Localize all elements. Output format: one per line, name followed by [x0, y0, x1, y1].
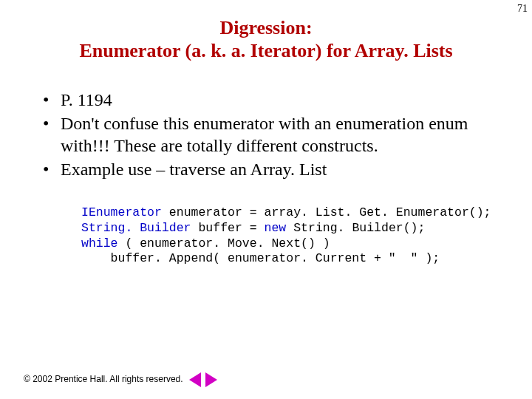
- code-text: enumerator = array. List. Get. Enumerato…: [162, 205, 491, 219]
- prev-arrow-icon[interactable]: [189, 372, 201, 387]
- code-example: IEnumerator enumerator = array. List. Ge…: [81, 205, 532, 267]
- list-item: Example use – traverse an Array. List: [43, 158, 502, 180]
- next-arrow-icon[interactable]: [205, 372, 217, 387]
- copyright-footer: © 2002 Prentice Hall. All rights reserve…: [24, 374, 183, 384]
- title-line-2: Enumerator (a. k. a. Iterator) for Array…: [79, 40, 452, 61]
- code-keyword: while: [81, 236, 118, 250]
- slide-title: Digression: Enumerator (a. k. a. Iterato…: [0, 16, 532, 62]
- code-keyword: IEnumerator: [81, 205, 162, 219]
- nav-arrows: [189, 372, 217, 387]
- code-text: buffer. Append( enumerator. Current + " …: [81, 251, 440, 265]
- list-item: Don't confuse this enumerator with an en…: [43, 112, 502, 157]
- bullet-list: P. 1194 Don't confuse this enumerator wi…: [0, 89, 532, 180]
- page-number: 71: [517, 3, 528, 15]
- list-item: P. 1194: [43, 89, 502, 111]
- code-text: String. Builder();: [286, 221, 425, 235]
- code-text: ( enumerator. Move. Next() ): [118, 236, 330, 250]
- code-keyword: String. Builder: [81, 221, 191, 235]
- code-text: buffer =: [191, 221, 265, 235]
- code-keyword: new: [265, 221, 287, 235]
- title-line-1: Digression:: [219, 17, 312, 38]
